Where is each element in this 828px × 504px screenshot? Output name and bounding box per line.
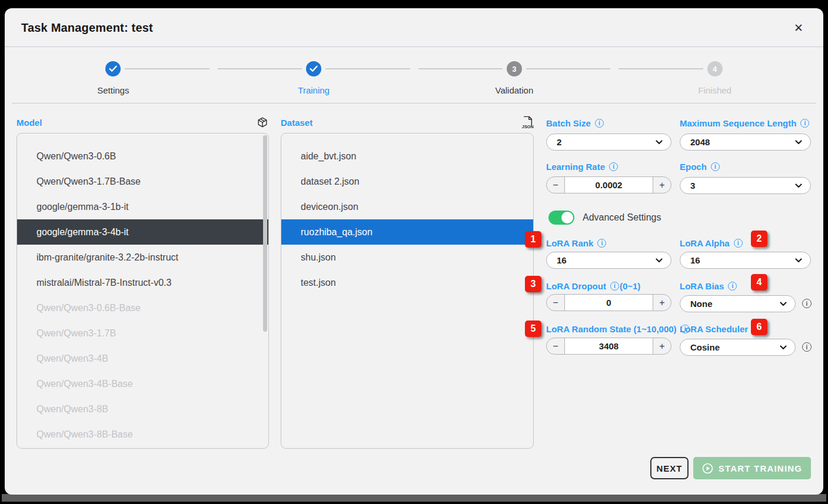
json-file-icon: JSON xyxy=(521,116,534,129)
annotation-badge-1: 1 xyxy=(525,231,541,248)
step-training[interactable]: Training xyxy=(214,47,414,104)
dataset-list-item[interactable]: test.json xyxy=(281,270,533,295)
dataset-list-item[interactable]: shu.json xyxy=(281,245,533,270)
annotation-badge-4: 4 xyxy=(751,274,767,291)
decrement-button[interactable]: − xyxy=(547,295,565,311)
advanced-settings-label: Advanced Settings xyxy=(583,212,661,223)
step-label: Validation xyxy=(414,85,615,95)
annotation-badge-6: 6 xyxy=(751,319,767,335)
chevron-down-icon xyxy=(795,140,802,145)
dataset-section-label: Dataset xyxy=(281,118,312,128)
decrement-button[interactable]: − xyxy=(547,338,565,354)
step-label: Settings xyxy=(13,85,214,95)
next-button[interactable]: NEXT xyxy=(650,457,689,479)
step-connector xyxy=(218,68,302,69)
lora-dropout-input[interactable]: 0 xyxy=(565,295,653,311)
lora-bias-label: LoRA Bias xyxy=(680,281,724,291)
lora-rank-select[interactable]: 16 xyxy=(546,252,671,269)
info-icon[interactable]: i xyxy=(711,162,720,171)
chevron-down-icon xyxy=(780,302,787,306)
lora-bias-select[interactable]: None xyxy=(680,295,796,312)
info-icon[interactable]: i xyxy=(734,239,743,248)
info-icon[interactable]: i xyxy=(800,119,809,128)
play-icon xyxy=(702,463,713,474)
info-icon[interactable]: i xyxy=(610,282,619,291)
increment-button[interactable]: + xyxy=(653,338,671,354)
model-list-item[interactable]: Qwen/Qwen3-1.7B-Base xyxy=(17,169,268,194)
step-label: Training xyxy=(214,85,414,95)
close-icon[interactable]: ✕ xyxy=(792,21,806,35)
batch-size-select[interactable]: 2 xyxy=(546,133,671,151)
model-list-item: Qwen/Qwen3-0.6B-Base xyxy=(17,295,268,321)
model-list-item[interactable]: google/gemma-3-1b-it xyxy=(17,194,268,219)
lora-alpha-label-row: LoRA Alpha i xyxy=(680,237,743,249)
batch-size-label: Batch Size xyxy=(546,118,591,128)
increment-button[interactable]: + xyxy=(653,295,671,311)
lora-scheduler-label: LoRA Scheduler xyxy=(680,324,748,334)
advanced-settings-toggle[interactable] xyxy=(548,211,574,225)
epoch-label-row: Epoch i xyxy=(680,161,720,172)
model-list-item[interactable]: Qwen/Qwen3-0.6B xyxy=(17,143,268,169)
model-list-item[interactable]: mistralai/Mistral-7B-Instruct-v0.3 xyxy=(17,270,268,295)
lora-alpha-value: 16 xyxy=(690,255,795,265)
lora-bias-info-icon[interactable]: i xyxy=(802,299,812,308)
screen-background: Task Management: test ✕ SettingsTraining… xyxy=(0,0,828,504)
model-list-scrollbar[interactable] xyxy=(263,135,267,332)
info-icon[interactable]: i xyxy=(609,162,618,171)
lora-bias-value: None xyxy=(690,299,780,309)
lora-dropout-range-hint: (0~1) xyxy=(620,281,640,291)
lora-random-state-label: LoRA Random State (1~10,000) xyxy=(546,324,677,334)
dialog-header: Task Management: test ✕ xyxy=(5,8,823,47)
backdrop-band xyxy=(2,494,826,502)
stepper: SettingsTraining3Validation4Finished xyxy=(5,47,823,104)
lora-scheduler-select[interactable]: Cosine xyxy=(680,339,796,356)
model-list-item[interactable]: ibm-granite/granite-3.2-2b-instruct xyxy=(17,245,268,270)
max-seq-select[interactable]: 2048 xyxy=(680,133,811,151)
dataset-list-item[interactable]: ruozhiba_qa.json xyxy=(281,219,533,245)
step-indicator-row xyxy=(13,61,214,76)
chevron-down-icon xyxy=(795,183,802,188)
lora-alpha-label: LoRA Alpha xyxy=(680,238,730,248)
step-label: Finished xyxy=(614,85,815,95)
step-number-circle: 4 xyxy=(707,61,723,76)
lora-dropout-stepper: − 0 + xyxy=(546,294,671,311)
step-connector xyxy=(526,68,610,69)
model-list-item[interactable]: google/gemma-3-4b-it xyxy=(17,219,268,245)
lora-alpha-select[interactable]: 16 xyxy=(680,252,811,269)
info-icon[interactable]: i xyxy=(728,282,737,291)
dataset-list-item[interactable]: aide_bvt.json xyxy=(281,143,533,169)
dataset-list-item[interactable]: dataset 2.json xyxy=(281,169,533,194)
model-list-item: Qwen/Qwen3-8B xyxy=(17,396,268,422)
lora-dropout-label: LoRA Dropout xyxy=(546,281,606,291)
step-connector xyxy=(418,68,503,69)
step-number-circle: 3 xyxy=(507,61,522,76)
increment-button[interactable]: + xyxy=(653,177,671,193)
annotation-badge-3: 3 xyxy=(525,276,541,292)
step-check-icon xyxy=(105,61,121,76)
lora-random-state-stepper: − 3408 + xyxy=(546,338,671,355)
info-icon[interactable]: i xyxy=(597,239,606,248)
learning-rate-label: Learning Rate xyxy=(546,162,605,172)
step-finished[interactable]: 4Finished xyxy=(614,47,815,104)
dataset-list-item[interactable]: deviceon.json xyxy=(281,194,533,219)
lora-bias-label-row: LoRA Bias i xyxy=(680,280,737,292)
lora-random-state-label-row: LoRA Random State (1~10,000) i xyxy=(546,323,690,335)
learning-rate-label-row: Learning Rate i xyxy=(546,161,618,172)
decrement-button[interactable]: − xyxy=(547,177,565,193)
page-title: Task Management: test xyxy=(21,8,153,47)
task-management-dialog: Task Management: test ✕ SettingsTraining… xyxy=(5,8,823,495)
lora-scheduler-info-icon[interactable]: i xyxy=(802,342,812,352)
model-list-item: Qwen/Qwen3-4B-Base xyxy=(17,371,268,396)
lora-scheduler-label-row: LoRA Scheduler i xyxy=(680,323,761,335)
annotation-badge-5: 5 xyxy=(525,321,541,337)
learning-rate-input[interactable]: 0.0002 xyxy=(565,177,653,193)
info-icon[interactable]: i xyxy=(595,119,604,128)
epoch-select[interactable]: 3 xyxy=(680,177,811,194)
start-training-button[interactable]: START TRAINING xyxy=(693,457,811,479)
learning-rate-stepper: − 0.0002 + xyxy=(546,176,671,193)
lora-rank-label-row: LoRA Rank i xyxy=(546,237,606,249)
lora-random-state-input[interactable]: 3408 xyxy=(565,338,653,354)
step-settings[interactable]: Settings xyxy=(13,47,214,104)
model-section-label: Model xyxy=(16,118,42,128)
step-validation[interactable]: 3Validation xyxy=(414,47,615,104)
